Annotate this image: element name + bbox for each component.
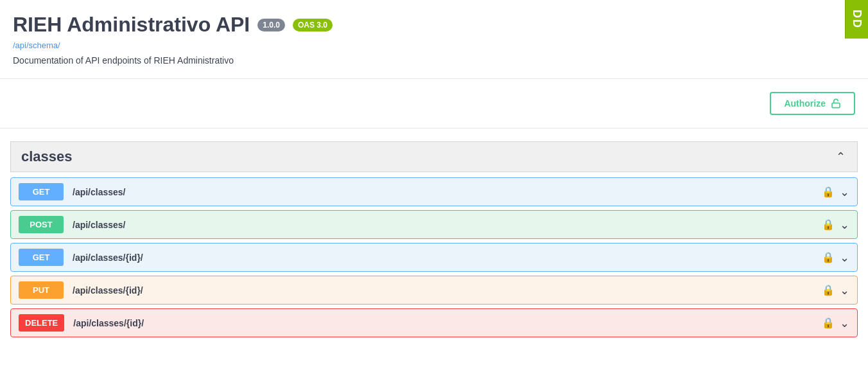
lock-open-icon bbox=[831, 98, 841, 109]
lock-icon: 🔒 bbox=[822, 218, 835, 231]
side-decoration: DD bbox=[845, 0, 868, 39]
chevron-down-icon: ⌄ bbox=[840, 316, 849, 330]
schema-link[interactable]: /api/schema/ bbox=[13, 40, 855, 50]
method-badge-get: GET bbox=[19, 183, 64, 200]
version-badge: 1.0.0 bbox=[257, 19, 285, 31]
svg-rect-0 bbox=[832, 103, 840, 107]
section-title-classes: classes bbox=[21, 148, 73, 165]
title-row: RIEH Administrativo API 1.0.0 OAS 3.0 bbox=[13, 13, 855, 37]
endpoint-path: /api/classes/ bbox=[73, 187, 822, 197]
endpoint-actions: 🔒 ⌄ bbox=[822, 251, 849, 265]
endpoint-path: /api/classes/{id}/ bbox=[73, 285, 822, 296]
endpoint-row[interactable]: PUT /api/classes/{id}/ 🔒 ⌄ bbox=[10, 276, 858, 305]
lock-icon: 🔒 bbox=[822, 317, 835, 329]
chevron-down-icon: ⌄ bbox=[840, 283, 849, 297]
authorize-button[interactable]: Authorize bbox=[770, 92, 855, 115]
collapse-icon: ⌃ bbox=[834, 150, 847, 163]
lock-icon: 🔒 bbox=[822, 251, 835, 263]
authorize-section: Authorize bbox=[0, 79, 868, 128]
lock-icon: 🔒 bbox=[822, 284, 835, 296]
chevron-down-icon: ⌄ bbox=[840, 218, 849, 232]
endpoint-actions: 🔒 ⌄ bbox=[822, 316, 849, 330]
header-section: RIEH Administrativo API 1.0.0 OAS 3.0 /a… bbox=[0, 0, 868, 79]
oas-badge: OAS 3.0 bbox=[293, 19, 333, 31]
endpoint-path: /api/classes/ bbox=[73, 220, 822, 230]
api-description: Documentation of API endpoints of RIEH A… bbox=[13, 55, 855, 66]
method-badge-delete: DELETE bbox=[19, 314, 64, 332]
endpoint-path: /api/classes/{id}/ bbox=[73, 318, 822, 328]
endpoint-row[interactable]: GET /api/classes/{id}/ 🔒 ⌄ bbox=[10, 243, 858, 272]
chevron-down-icon: ⌄ bbox=[840, 185, 849, 199]
authorize-label: Authorize bbox=[784, 98, 826, 109]
section-header-classes[interactable]: classes ⌃ bbox=[10, 141, 858, 172]
chevron-down-icon: ⌄ bbox=[840, 251, 849, 265]
endpoint-actions: 🔒 ⌄ bbox=[822, 185, 849, 199]
endpoint-path: /api/classes/{id}/ bbox=[73, 253, 822, 263]
endpoint-actions: 🔒 ⌄ bbox=[822, 218, 849, 232]
method-badge-get: GET bbox=[19, 249, 64, 266]
api-title: RIEH Administrativo API bbox=[13, 13, 250, 37]
endpoint-row[interactable]: POST /api/classes/ 🔒 ⌄ bbox=[10, 210, 858, 239]
lock-icon: 🔒 bbox=[822, 186, 835, 198]
endpoint-row[interactable]: GET /api/classes/ 🔒 ⌄ bbox=[10, 177, 858, 206]
method-badge-post: POST bbox=[19, 216, 64, 233]
method-badge-put: PUT bbox=[19, 281, 64, 299]
classes-section: classes ⌃ GET /api/classes/ 🔒 ⌄ POST /ap… bbox=[10, 141, 858, 337]
endpoint-row[interactable]: DELETE /api/classes/{id}/ 🔒 ⌄ bbox=[10, 308, 858, 337]
endpoint-actions: 🔒 ⌄ bbox=[822, 283, 849, 297]
